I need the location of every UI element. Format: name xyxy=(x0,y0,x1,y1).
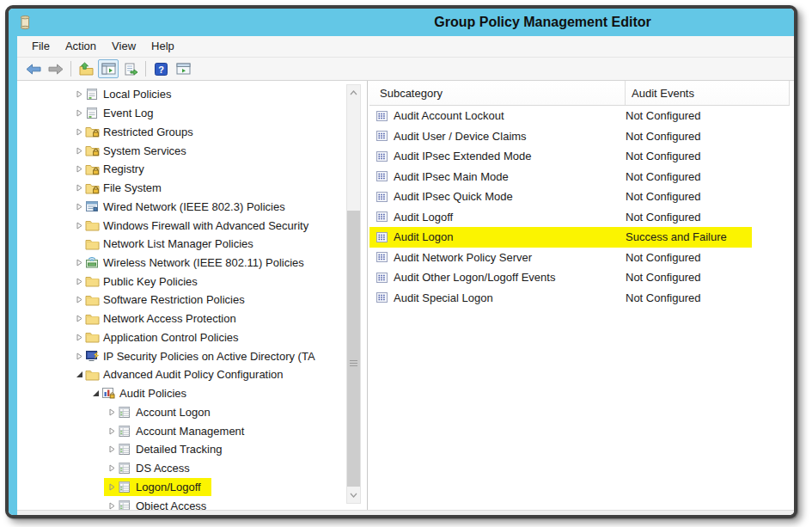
tree-item-ds-access[interactable]: DS Access xyxy=(17,459,367,478)
help-button[interactable]: ? xyxy=(150,59,171,78)
export-list-button[interactable] xyxy=(120,59,141,78)
window-left-border xyxy=(9,36,17,515)
up-one-level-button[interactable] xyxy=(76,59,96,78)
list-row-audit-user-device-claims[interactable]: Audit User / Device ClaimsNot Configured xyxy=(369,126,790,147)
list-row-audit-ipsec-extended-mode[interactable]: Audit IPsec Extended ModeNot Configured xyxy=(369,146,790,167)
expander-collapsed-icon[interactable] xyxy=(106,445,118,453)
list-row-audit-ipsec-quick-mode[interactable]: Audit IPsec Quick ModeNot Configured xyxy=(369,187,790,207)
folder-icon xyxy=(85,313,103,325)
expander-collapsed-icon[interactable] xyxy=(73,109,85,117)
tree-item-logon-logoff[interactable]: Logon/Logoff xyxy=(17,477,367,496)
column-header-subcategory[interactable]: Subcategory xyxy=(369,81,626,105)
results-pane: Subcategory Audit Events Audit Account L… xyxy=(369,81,794,510)
expander-collapsed-icon[interactable] xyxy=(73,203,85,211)
back-button[interactable] xyxy=(23,59,44,78)
subcategory-cell: Audit IPsec Quick Mode xyxy=(394,190,626,203)
tree-item-content: DS Access xyxy=(104,459,200,477)
list-row-audit-logon[interactable]: Audit LogonSuccess and Failure xyxy=(369,227,790,248)
tree-item-label: DS Access xyxy=(136,462,190,475)
expander-collapsed-icon[interactable] xyxy=(73,90,85,98)
list-row-audit-account-lockout[interactable]: Audit Account LockoutNot Configured xyxy=(369,106,790,126)
tree-item-wired-network-ieee-802-3-policies[interactable]: Wired Network (IEEE 802.3) Policies xyxy=(17,197,367,216)
tree-item-system-services[interactable]: System Services xyxy=(17,141,367,160)
tree-item-file-system[interactable]: File System xyxy=(17,179,367,198)
expander-collapsed-icon[interactable] xyxy=(73,222,85,230)
tree-item-account-management[interactable]: Account Management xyxy=(17,421,367,440)
show-console-tree-button[interactable] xyxy=(98,59,119,78)
folder-icon xyxy=(85,275,103,287)
expander-collapsed-icon[interactable] xyxy=(73,184,85,192)
audit-events-cell: Not Configured xyxy=(626,170,700,183)
folder-lock-icon xyxy=(85,144,103,156)
expander-collapsed-icon[interactable] xyxy=(106,464,118,472)
expander-collapsed-icon[interactable] xyxy=(73,147,85,155)
tree-item-network-list-manager-policies[interactable]: Network List Manager Policies xyxy=(17,235,367,254)
tree-item-content: Wired Network (IEEE 802.3) Policies xyxy=(71,198,296,216)
properties-window-button[interactable] xyxy=(173,59,193,78)
tree-item-windows-firewall-with-advanced-security[interactable]: Windows Firewall with Advanced Security xyxy=(17,216,367,235)
expander-collapsed-icon[interactable] xyxy=(73,259,85,267)
scroll-down-button[interactable] xyxy=(347,487,360,503)
audit-subcategory-icon xyxy=(375,272,388,284)
list-row-audit-logoff[interactable]: Audit LogoffNot Configured xyxy=(369,207,790,228)
expander-collapsed-icon[interactable] xyxy=(106,427,118,435)
tree-item-label: Public Key Policies xyxy=(103,275,198,288)
expander-collapsed-icon[interactable] xyxy=(73,315,85,322)
menu-action[interactable]: Action xyxy=(58,36,104,57)
menu-view[interactable]: View xyxy=(104,36,143,57)
tree-item-wireless-network-ieee-802-11-policies[interactable]: Wireless Network (IEEE 802.11) Policies xyxy=(17,254,367,273)
highlighted-tree-item: Logon/Logoff xyxy=(104,478,211,496)
tree-item-software-restriction-policies[interactable]: Software Restriction Policies xyxy=(17,291,367,309)
tree-item-event-log[interactable]: Event Log xyxy=(17,104,367,123)
column-header-audit-events[interactable]: Audit Events xyxy=(626,81,790,105)
expander-collapsed-icon[interactable] xyxy=(106,502,118,510)
scrollbar-grip xyxy=(350,363,357,364)
tree-item-content: File System xyxy=(71,179,172,197)
expander-collapsed-icon[interactable] xyxy=(73,128,85,136)
expander-expanded-icon[interactable] xyxy=(73,371,85,378)
expander-collapsed-icon[interactable] xyxy=(73,165,85,173)
window-frame: Group Policy Management Editor File Acti… xyxy=(5,5,797,518)
tree-items: Local PoliciesEvent LogRestricted Groups… xyxy=(17,85,367,510)
subcategory-cell: Audit Account Lockout xyxy=(394,109,626,122)
tree-item-ip-security-policies-on-active-directory-ta[interactable]: IP Security Policies on Active Directory… xyxy=(17,346,367,365)
folder-icon xyxy=(85,294,103,306)
forward-button[interactable] xyxy=(46,59,66,78)
scroll-up-button[interactable] xyxy=(347,85,360,101)
tree-item-audit-policies[interactable]: Audit Policies xyxy=(17,384,367,403)
tree-item-restricted-groups[interactable]: Restricted Groups xyxy=(17,122,367,141)
tree-item-local-policies[interactable]: Local Policies xyxy=(17,85,367,104)
expander-collapsed-icon[interactable] xyxy=(106,483,118,491)
scrollbar-thumb[interactable] xyxy=(347,211,360,487)
subcategory-cell: Audit IPsec Extended Mode xyxy=(394,150,626,162)
tree-scrollbar[interactable] xyxy=(346,84,361,504)
tree-item-network-access-protection[interactable]: Network Access Protection xyxy=(17,309,367,328)
audit-events-cell: Not Configured xyxy=(626,109,700,122)
tree-item-content: Application Control Policies xyxy=(71,328,249,346)
menu-help[interactable]: Help xyxy=(143,36,182,57)
list-row-audit-special-logon[interactable]: Audit Special LogonNot Configured xyxy=(369,288,790,309)
tree-item-advanced-audit-policy-configuration[interactable]: Advanced Audit Policy Configuration xyxy=(17,365,367,384)
expander-collapsed-icon[interactable] xyxy=(73,296,85,303)
policy-table-icon xyxy=(85,88,103,101)
menu-file[interactable]: File xyxy=(24,36,58,57)
tree-item-public-key-policies[interactable]: Public Key Policies xyxy=(17,272,367,291)
tree-item-detailed-tracking[interactable]: Detailed Tracking xyxy=(17,440,367,459)
audit-subcategory-icon xyxy=(375,251,388,263)
expander-expanded-icon[interactable] xyxy=(89,389,101,397)
wired-network-icon xyxy=(85,200,103,212)
console-tree-icon xyxy=(101,63,116,75)
tree-item-registry[interactable]: Registry xyxy=(17,160,367,179)
list-row-audit-network-policy-server[interactable]: Audit Network Policy ServerNot Configure… xyxy=(369,248,790,268)
expander-collapsed-icon[interactable] xyxy=(73,334,85,341)
tree-item-account-logon[interactable]: Account Logon xyxy=(17,402,367,421)
list-row-audit-ipsec-main-mode[interactable]: Audit IPsec Main ModeNot Configured xyxy=(369,167,790,187)
expander-collapsed-icon[interactable] xyxy=(73,278,85,285)
expander-collapsed-icon[interactable] xyxy=(73,352,85,360)
audit-subcategory-icon xyxy=(375,291,388,303)
tree-item-object-access[interactable]: Object Access xyxy=(17,496,367,510)
list-row-audit-other-logon-logoff-events[interactable]: Audit Other Logon/Logoff EventsNot Confi… xyxy=(369,267,790,288)
expander-collapsed-icon[interactable] xyxy=(106,408,118,416)
tree-item-content: Restricted Groups xyxy=(71,123,204,141)
tree-item-application-control-policies[interactable]: Application Control Policies xyxy=(17,328,367,347)
